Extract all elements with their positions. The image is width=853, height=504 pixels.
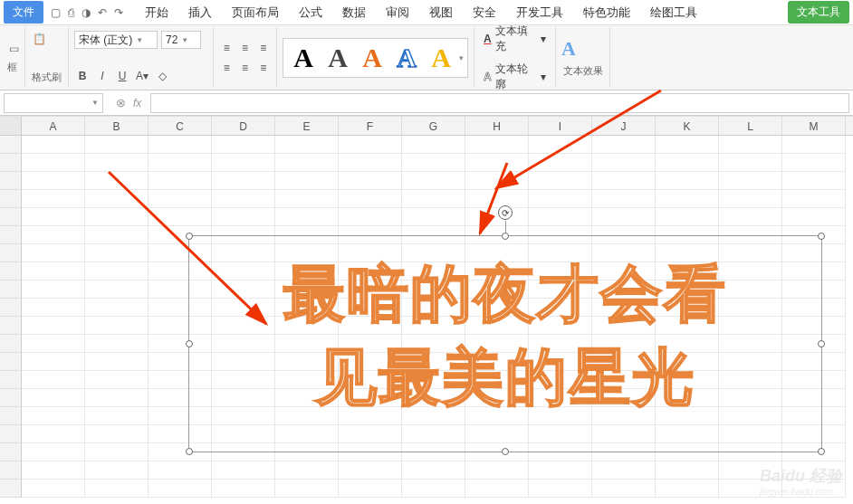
redo-icon[interactable]: ↷ — [114, 6, 123, 19]
align-right-icon[interactable]: ≡ — [256, 60, 271, 76]
col-header[interactable]: I — [529, 117, 592, 135]
group-text-style: A 文本填充 ▾ A 文本轮廓 ▾ — [474, 27, 556, 88]
chevron-down-icon: ▼ — [91, 99, 102, 107]
col-header[interactable]: A — [22, 117, 85, 135]
resize-handle-ne[interactable] — [818, 233, 825, 240]
col-header[interactable]: L — [719, 117, 782, 135]
col-header[interactable]: H — [465, 117, 529, 135]
wordart-gallery[interactable]: A A A A A ▾ — [283, 38, 468, 78]
resize-handle-e[interactable] — [818, 340, 825, 347]
group-align: ≡ ≡ ≡ ≡ ≡ ≡ — [214, 27, 277, 88]
wordart-style-2[interactable]: A — [321, 43, 354, 73]
wordart-content[interactable]: 最暗的夜才会看 见最美的星光 — [189, 236, 821, 419]
watermark: Baidu 经验 jingyan.baidu.com — [760, 465, 842, 497]
wordart-style-4[interactable]: A — [390, 43, 423, 73]
formula-bar: ▼ ⊗ fx — [0, 90, 853, 116]
undo-icon[interactable]: ↶ — [98, 6, 107, 19]
resize-handle-sw[interactable] — [186, 448, 193, 455]
align-center-icon[interactable]: ≡ — [237, 60, 252, 76]
cancel-fx-icon[interactable]: ⊗ — [116, 96, 126, 109]
tab-data[interactable]: 数据 — [335, 1, 373, 24]
tab-features[interactable]: 特色功能 — [576, 1, 637, 24]
text-effects-icon[interactable]: A — [561, 37, 604, 61]
col-header[interactable]: K — [656, 117, 719, 135]
text-effects-label: 文本效果 — [561, 64, 604, 78]
preview-icon[interactable]: ◑ — [81, 6, 91, 19]
gallery-more-icon[interactable]: ▾ — [459, 53, 464, 62]
menubar: 文件 ▢ ⎙ ◑ ↶ ↷ 开始 插入 页面布局 公式 数据 审阅 视图 安全 开… — [0, 0, 853, 25]
textbox-label: 框 — [5, 61, 19, 74]
rotate-handle[interactable]: ⟳ — [498, 205, 513, 220]
format-painter-label[interactable]: 格式刷 — [31, 71, 62, 84]
col-header[interactable]: B — [85, 117, 149, 135]
col-header[interactable]: C — [149, 117, 212, 135]
print-icon[interactable]: ⎙ — [68, 6, 74, 19]
text-tools-tab[interactable]: 文本工具 — [788, 1, 849, 24]
font-name-select[interactable]: 宋体 (正文) ▼ — [74, 31, 158, 49]
font-size-select[interactable]: 72 ▼ — [161, 31, 201, 49]
text-fill-button[interactable]: A 文本填充 ▾ — [480, 22, 550, 56]
wordart-textbox[interactable]: ⟳ 最暗的夜才会看 见最美的星光 — [188, 235, 822, 452]
text-fill-label: 文本填充 — [495, 24, 537, 54]
select-all-corner[interactable] — [0, 117, 22, 135]
group-font: 宋体 (正文) ▼ 72 ▼ B I U A▾ ◇ — [69, 27, 214, 88]
name-box[interactable]: ▼ — [4, 93, 103, 113]
chevron-down-icon: ▼ — [181, 36, 188, 44]
font-name-value: 宋体 (正文) — [79, 33, 132, 48]
fx-label[interactable]: fx — [133, 97, 141, 109]
tab-page-layout[interactable]: 页面布局 — [225, 1, 286, 24]
watermark-brand: Baidu 经验 — [760, 467, 842, 485]
font-color-button[interactable]: A▾ — [134, 68, 150, 84]
wordart-line-1: 最暗的夜才会看 — [189, 252, 821, 336]
col-header[interactable]: J — [592, 117, 656, 135]
align-top-icon[interactable]: ≡ — [219, 40, 234, 56]
quick-access-toolbar: ▢ ⎙ ◑ ↶ ↷ — [51, 6, 123, 19]
resize-handle-n[interactable] — [502, 233, 509, 240]
tab-view[interactable]: 视图 — [422, 1, 460, 24]
wordart-style-1[interactable]: A — [287, 43, 320, 73]
group-text-effects: A 文本效果 — [556, 27, 610, 88]
save-icon[interactable]: ▢ — [51, 6, 61, 19]
resize-handle-nw[interactable] — [186, 233, 193, 240]
ribbon: ▭ 框 📋 格式刷 宋体 (正文) ▼ 72 ▼ B I U A▾ ◇ ≡ ≡ — [0, 25, 853, 90]
resize-handle-s[interactable] — [502, 448, 509, 455]
col-header[interactable]: D — [212, 117, 275, 135]
align-left-icon[interactable]: ≡ — [219, 60, 234, 76]
col-header[interactable]: G — [402, 117, 465, 135]
column-headers: A B C D E F G H I J K L M — [0, 116, 853, 136]
tab-formula[interactable]: 公式 — [292, 1, 330, 24]
resize-handle-w[interactable] — [186, 340, 193, 347]
wordart-style-5[interactable]: A — [425, 43, 457, 73]
clear-format-button[interactable]: ◇ — [154, 68, 170, 84]
formula-input[interactable] — [150, 93, 849, 113]
textbox-icon[interactable]: ▭ — [5, 41, 22, 57]
bold-button[interactable]: B — [74, 68, 91, 84]
chevron-down-icon: ▼ — [136, 36, 143, 44]
group-wordart-styles: A A A A A ▾ — [277, 27, 474, 88]
tab-drawing-tools[interactable]: 绘图工具 — [643, 1, 704, 24]
tab-home[interactable]: 开始 — [138, 1, 176, 24]
ribbon-tabs: 开始 插入 页面布局 公式 数据 审阅 视图 安全 开发工具 特色功能 绘图工具 — [138, 1, 788, 24]
resize-handle-se[interactable] — [818, 448, 825, 455]
group-clipboard: 📋 格式刷 — [25, 27, 69, 88]
wordart-line-2: 见最美的星光 — [189, 336, 821, 419]
group-textbox: ▭ 框 — [0, 27, 25, 88]
watermark-sub: jingyan.baidu.com — [760, 487, 842, 497]
paste-icon[interactable]: 📋 — [31, 31, 47, 47]
text-outline-label: 文本轮廓 — [495, 62, 537, 92]
align-middle-icon[interactable]: ≡ — [237, 40, 252, 56]
underline-button[interactable]: U — [114, 68, 130, 84]
text-outline-button[interactable]: A 文本轮廓 ▾ — [480, 60, 550, 94]
file-menu[interactable]: 文件 — [4, 1, 43, 24]
tab-insert[interactable]: 插入 — [181, 1, 219, 24]
wordart-style-3[interactable]: A — [356, 43, 388, 73]
align-bottom-icon[interactable]: ≡ — [256, 40, 271, 56]
col-header[interactable]: M — [782, 117, 846, 135]
tab-review[interactable]: 审阅 — [379, 1, 417, 24]
col-header[interactable]: E — [275, 117, 339, 135]
col-header[interactable]: F — [339, 117, 402, 135]
italic-button[interactable]: I — [94, 68, 110, 84]
font-size-value: 72 — [166, 33, 177, 46]
